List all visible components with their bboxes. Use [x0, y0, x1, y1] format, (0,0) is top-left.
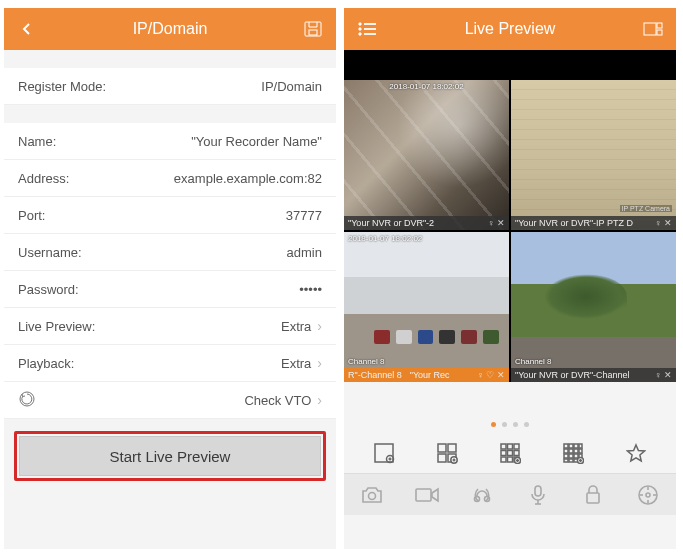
- svg-rect-38: [579, 444, 582, 448]
- address-value: example.example.com:82: [174, 171, 322, 186]
- back-button[interactable]: [14, 16, 40, 42]
- chevron-right-icon: ›: [317, 392, 322, 408]
- camera-tile-3[interactable]: 2018-01-07 18:02:02 Channel 8 R"-Channel…: [344, 232, 509, 382]
- svg-rect-42: [579, 449, 582, 453]
- svg-point-54: [368, 492, 375, 499]
- password-label: Password:: [18, 282, 79, 297]
- register-mode-label: Register Mode:: [18, 79, 106, 94]
- svg-rect-48: [569, 459, 573, 462]
- page-dot[interactable]: [524, 422, 529, 427]
- camera-caption: "Your NVR or DVR"-Channel ♀ ✕: [511, 368, 676, 382]
- password-value: •••••: [299, 282, 322, 297]
- header-bar: Live Preview: [344, 8, 676, 50]
- svg-rect-17: [448, 444, 456, 452]
- svg-rect-39: [564, 449, 568, 453]
- live-preview-row[interactable]: Live Preview: Extra ›: [4, 308, 336, 345]
- ptz-control-icon[interactable]: [633, 480, 663, 510]
- svg-rect-36: [569, 444, 573, 448]
- password-row[interactable]: Password: •••••: [4, 271, 336, 308]
- menu-list-icon[interactable]: [354, 16, 380, 42]
- microphone-icon[interactable]: [523, 480, 553, 510]
- start-live-preview-button[interactable]: Start Live Preview: [19, 436, 321, 476]
- svg-rect-24: [507, 444, 512, 449]
- camera-mini-icons: ♀ ✕: [655, 218, 672, 228]
- playback-row[interactable]: Playback: Extra ›: [4, 345, 336, 382]
- layout-3x3-icon[interactable]: [496, 439, 524, 467]
- name-label: Name:: [18, 134, 56, 149]
- svg-rect-23: [501, 444, 506, 449]
- svg-rect-45: [574, 454, 578, 458]
- svg-rect-43: [564, 454, 568, 458]
- camera-grid: 2018-01-07 18:02:02 "Your NVR or DVR"-2 …: [344, 80, 676, 382]
- check-vto-row[interactable]: Check VTO ›: [4, 382, 336, 419]
- favorite-star-icon[interactable]: [622, 439, 650, 467]
- svg-rect-26: [501, 451, 506, 456]
- svg-point-7: [359, 33, 361, 35]
- svg-rect-29: [501, 457, 506, 462]
- svg-rect-1: [309, 30, 317, 35]
- page-dot[interactable]: [502, 422, 507, 427]
- layout-4x4-icon[interactable]: [559, 439, 587, 467]
- camera-caption-text: R"-Channel 8: [348, 370, 402, 380]
- register-mode-row: Register Mode: IP/Domain: [4, 68, 336, 105]
- svg-rect-40: [569, 449, 573, 453]
- svg-marker-53: [628, 445, 645, 461]
- page-dot[interactable]: [513, 422, 518, 427]
- svg-rect-47: [564, 459, 568, 462]
- svg-rect-30: [507, 457, 512, 462]
- live-preview-value: Extra: [281, 319, 311, 334]
- camera-timestamp: 2018-01-07 18:02:02: [389, 82, 463, 91]
- svg-rect-0: [305, 22, 321, 36]
- name-value: "Your Recorder Name": [191, 134, 322, 149]
- camera-caption: "Your NVR or DVR"-IP PTZ D ♀ ✕: [511, 216, 676, 230]
- camera-tile-2[interactable]: IP PTZ Camera "Your NVR or DVR"-IP PTZ D…: [511, 80, 676, 230]
- register-mode-value: IP/Domain: [261, 79, 322, 94]
- page-dot[interactable]: [491, 422, 496, 427]
- svg-rect-41: [574, 449, 578, 453]
- svg-point-5: [359, 28, 361, 30]
- svg-rect-18: [438, 454, 446, 462]
- header-bar: IP/Domain: [4, 8, 336, 50]
- svg-rect-25: [514, 444, 519, 449]
- svg-point-64: [646, 493, 650, 497]
- start-button-highlight: Start Live Preview: [14, 431, 326, 481]
- save-icon[interactable]: [300, 16, 326, 42]
- check-vto-label: Check VTO: [244, 393, 311, 408]
- address-label: Address:: [18, 171, 69, 186]
- layout-icon[interactable]: [640, 16, 666, 42]
- address-row[interactable]: Address: example.example.com:82: [4, 160, 336, 197]
- port-label: Port:: [18, 208, 45, 223]
- layout-1x1-icon[interactable]: [370, 439, 398, 467]
- camera-caption-text: "Your NVR or DVR"-2: [348, 218, 434, 228]
- config-screen: IP/Domain Register Mode: IP/Domain Name:…: [4, 8, 336, 549]
- refresh-icon: [18, 390, 36, 411]
- username-row[interactable]: Username: admin: [4, 234, 336, 271]
- svg-marker-56: [432, 489, 438, 501]
- camera-caption: "Your NVR or DVR"-2 ♀ ✕: [344, 216, 509, 230]
- layout-2x2-icon[interactable]: [433, 439, 461, 467]
- header-title: Live Preview: [465, 20, 556, 38]
- svg-rect-44: [569, 454, 573, 458]
- channel-label: Channel 8: [515, 357, 551, 366]
- audio-icon[interactable]: [467, 480, 497, 510]
- camera-tile-4[interactable]: Channel 8 "Your NVR or DVR"-Channel ♀ ✕: [511, 232, 676, 382]
- live-preview-screen: Live Preview 2018-01-07 18:02:02 "Your N…: [344, 8, 676, 549]
- ptz-label: IP PTZ Camera: [620, 205, 673, 212]
- lock-icon[interactable]: [578, 480, 608, 510]
- svg-rect-16: [438, 444, 446, 452]
- camera-mini-icons: ♀ ♡ ✕: [477, 370, 505, 380]
- snapshot-icon[interactable]: [357, 480, 387, 510]
- header-title: IP/Domain: [133, 20, 208, 38]
- playback-label: Playback:: [18, 356, 74, 371]
- live-preview-label: Live Preview:: [18, 319, 95, 334]
- svg-rect-59: [535, 486, 541, 496]
- port-row[interactable]: Port: 37777: [4, 197, 336, 234]
- name-row[interactable]: Name: "Your Recorder Name": [4, 123, 336, 160]
- video-top-spacer: [344, 50, 676, 80]
- record-icon[interactable]: [412, 480, 442, 510]
- username-value: admin: [287, 245, 322, 260]
- playback-value: Extra: [281, 356, 311, 371]
- channel-label: Channel 8: [348, 357, 384, 366]
- camera-caption-text: "Your NVR or DVR"-Channel: [515, 370, 630, 380]
- camera-tile-1[interactable]: 2018-01-07 18:02:02 "Your NVR or DVR"-2 …: [344, 80, 509, 230]
